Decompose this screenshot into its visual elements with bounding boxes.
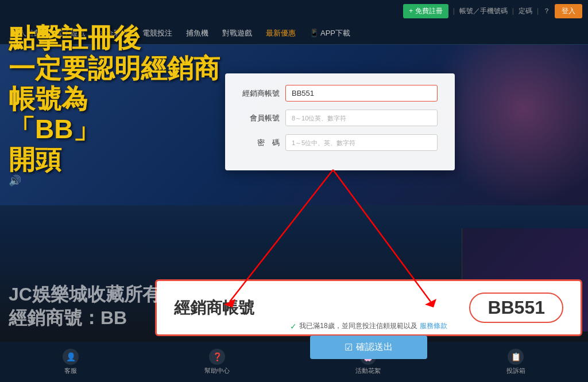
big-text-line1: 點擊註冊後 [9, 23, 238, 53]
registration-form: 經銷商帳號 會員帳號 密 碼 [225, 73, 455, 170]
dealer-label: 經銷商帳號 [242, 88, 280, 99]
help-link[interactable]: ？ [543, 6, 550, 16]
nav-item-app[interactable]: 📱 APP下載 [304, 26, 356, 41]
password-input[interactable] [285, 134, 438, 151]
bottom-left-line1: JC娛樂城收藏所有 [9, 283, 161, 307]
bottom-left-text: JC娛樂城收藏所有 經銷商號：BB [0, 277, 169, 336]
submit-area: ✓ 我已滿18歲，並同意投注信頼規範以及 服務條款 ☑ 確認送出 [155, 321, 582, 359]
bottom-left-line2: 經銷商號：BB [9, 306, 161, 330]
customer-service-icon: 👤 [63, 349, 79, 365]
dealer-account-row: 經銷商帳號 [242, 85, 438, 102]
dealer-input[interactable] [285, 85, 438, 102]
terms-row: ✓ 我已滿18歲，並同意投注信頼規範以及 服務條款 [290, 321, 447, 331]
terms-link[interactable]: 服務條款 [420, 321, 447, 331]
terms-text: 我已滿18歲，並同意投注信頼規範以及 [299, 321, 417, 331]
bottom-panel-value: BB551 [469, 293, 563, 323]
complaint-label: 投訴箱 [506, 367, 525, 375]
member-label: 會員帳號 [242, 113, 280, 123]
account-link[interactable]: 帳號／手機號碼 [459, 6, 508, 16]
big-text-line2: 一定要認明經銷商帳號為 [9, 53, 238, 114]
nav-item-promotions[interactable]: 最新優惠 [260, 26, 301, 41]
register-button[interactable]: + 免費註冊 [403, 4, 448, 18]
login-button[interactable]: 登入 [555, 4, 582, 18]
big-text-overlay: 點擊註冊後 一定要認明經銷商帳號為 「BB」 開頭 [0, 17, 247, 180]
checkmark-icon: ✓ [290, 322, 297, 331]
footer-customer-service[interactable]: 👤 客服 [63, 349, 79, 375]
submit-button[interactable]: ☑ 確認送出 [310, 336, 427, 359]
big-text-line4: 開頭 [9, 145, 238, 175]
checkbox-icon: ☑ [345, 342, 353, 353]
verification-link[interactable]: 定碼 [519, 6, 532, 16]
member-input[interactable] [285, 110, 438, 126]
bottom-panel-label: 經銷商帳號 [174, 297, 254, 319]
activities-label: 活動花絮 [355, 367, 381, 375]
phone-icon: 📱 [310, 29, 319, 37]
help-center-label: 幫助中心 [204, 367, 230, 375]
password-label: 密 碼 [242, 138, 280, 148]
big-text-line3: 「BB」 [9, 114, 238, 145]
password-row: 密 碼 [242, 134, 438, 151]
member-account-row: 會員帳號 [242, 110, 438, 126]
customer-service-label: 客服 [64, 367, 77, 375]
